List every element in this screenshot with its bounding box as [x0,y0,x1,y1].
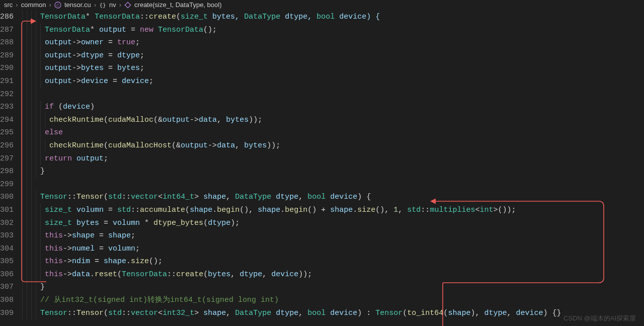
code-line[interactable]: 306 this->data.reset(TensorData::create(… [0,268,644,281]
crumb-src[interactable]: src [4,1,13,9]
line-number: 304 [0,242,22,256]
chevron-right-icon: › [16,1,18,9]
code-line[interactable]: 304 this->numel = volumn; [0,242,644,256]
crumb-symbol[interactable]: create(size_t, DataType, bool) [134,1,221,9]
crumb-file[interactable]: tensor.cu [64,1,91,9]
svg-text:C: C [56,3,59,8]
code-line[interactable]: 288 output->owner = true; [0,36,644,49]
line-number: 288 [0,36,22,49]
code-line[interactable]: 292 [0,88,644,101]
line-number: 309 [0,307,22,320]
line-number: 291 [0,75,22,88]
line-number: 287 [0,24,22,37]
line-number: 298 [0,165,22,178]
line-number: 302 [0,217,22,230]
line-number: 300 [0,191,22,204]
code-line[interactable]: 305 this->ndim = shape.size(); [0,255,644,268]
line-number: 289 [0,49,22,62]
code-line[interactable]: 296 checkRuntime(cudaMallocHost(&output-… [0,139,644,152]
chevron-right-icon: › [94,1,96,9]
code-line[interactable]: 294 checkRuntime(cudaMalloc(&output->dat… [0,114,644,127]
line-number: 295 [0,126,22,139]
line-number: 308 [0,294,22,307]
chevron-right-icon: › [49,1,51,9]
chevron-right-icon: › [119,1,121,9]
code-line[interactable]: 307 } [0,281,644,294]
code-line[interactable]: 308 // 从int32_t(signed int)转换为int64_t(si… [0,294,644,307]
code-line[interactable]: 301 size_t volumn = std::accumulate(shap… [0,204,644,217]
code-line[interactable]: 303 this->shape = shape; [0,229,644,242]
namespace-icon: {} [99,2,106,9]
code-line[interactable]: 297 return output; [0,152,644,166]
breadcrumb[interactable]: src › common › C tensor.cu › {} nv › cre… [0,0,644,11]
line-number: 303 [0,229,22,242]
svg-rect-3 [125,2,130,8]
line-number: 293 [0,101,22,114]
line-number: 305 [0,255,22,268]
code-editor[interactable]: 286 TensorData* TensorData::create(size_… [0,11,644,319]
code-line[interactable]: 293 if (device) [0,101,644,114]
line-number: 290 [0,62,22,75]
line-number: 299 [0,178,22,191]
code-line[interactable]: 298 } [0,165,644,178]
code-line[interactable]: 287 TensorData* output = new TensorData(… [0,24,644,37]
line-number: 301 [0,204,22,217]
code-line[interactable]: 289 output->dtype = dtype; [0,49,644,62]
cpp-file-icon: C [54,2,61,9]
line-number: 292 [0,88,22,101]
line-number: 297 [0,152,22,166]
line-number: 296 [0,139,22,152]
code-line[interactable]: 299 [0,178,644,191]
crumb-common[interactable]: common [21,1,46,9]
code-line[interactable]: 286 TensorData* TensorData::create(size_… [0,11,644,24]
svg-text:{}: {} [99,2,106,9]
code-line[interactable]: 300 Tensor::Tensor(std::vector<int64_t> … [0,191,644,204]
line-number: 294 [0,114,22,127]
code-line[interactable]: 291 output->device = device; [0,75,644,88]
code-line[interactable]: 309 Tensor::Tensor(std::vector<int32_t> … [0,307,644,320]
method-icon [124,2,131,9]
line-number: 306 [0,268,22,281]
code-line[interactable]: 302 size_t bytes = volumn * dtype_bytes(… [0,217,644,230]
line-number: 286 [0,11,22,24]
crumb-namespace[interactable]: nv [109,1,116,9]
line-number: 307 [0,281,22,294]
code-line[interactable]: 295 else [0,126,644,139]
code-line[interactable]: 290 output->bytes = bytes; [0,62,644,75]
